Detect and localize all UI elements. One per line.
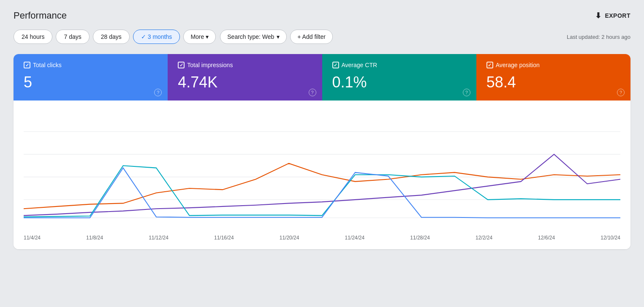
page-title: Performance: [14, 10, 67, 21]
metric-tile-clicks[interactable]: Total clicks 5 ?: [14, 54, 168, 101]
metric-checkbox-position: [486, 62, 493, 68]
more-button[interactable]: More ▾: [183, 30, 216, 44]
metric-value-clicks: 5: [24, 73, 158, 91]
x-label-3: 11/16/24: [214, 235, 234, 241]
x-label-4: 11/20/24: [280, 235, 299, 241]
info-icon-clicks[interactable]: ?: [154, 89, 162, 96]
filters-row: 24 hours 7 days 28 days ✓3 months More ▾…: [14, 30, 630, 44]
metric-label-row: Average CTR: [332, 62, 466, 68]
metric-tile-ctr[interactable]: Average CTR 0.1% ?: [322, 54, 476, 101]
metric-value-ctr: 0.1%: [332, 73, 466, 91]
chart-container: [24, 109, 620, 231]
main-card: Total clicks 5 ? Total impressions 4.74K…: [14, 54, 630, 249]
metric-checkbox-impressions: [178, 62, 185, 68]
export-icon: ⬇: [595, 11, 602, 20]
metric-label-row: Average position: [486, 62, 620, 68]
check-icon: ✓: [141, 33, 146, 40]
x-axis-labels: 11/4/24 11/8/24 11/12/24 11/16/24 11/20/…: [24, 231, 620, 241]
search-type-button[interactable]: Search type: Web ▾: [220, 30, 287, 44]
info-icon-position[interactable]: ?: [617, 89, 625, 96]
performance-chart: [24, 109, 620, 231]
metric-label-row: Total impressions: [178, 62, 312, 68]
x-label-5: 11/24/24: [345, 235, 364, 241]
purple-line: [24, 154, 620, 215]
add-filter-button[interactable]: + Add filter: [290, 30, 333, 44]
chevron-down-icon: ▾: [277, 33, 280, 40]
info-icon-ctr[interactable]: ?: [463, 89, 470, 96]
metric-label-clicks: Total clicks: [33, 62, 62, 68]
x-label-2: 11/12/24: [149, 235, 168, 241]
info-icon-impressions[interactable]: ?: [309, 89, 316, 96]
x-label-7: 12/2/24: [476, 235, 492, 241]
filter-24h[interactable]: 24 hours: [14, 30, 52, 44]
x-label-6: 11/28/24: [410, 235, 430, 241]
x-label-0: 11/4/24: [24, 235, 41, 241]
blue-line: [24, 168, 620, 218]
metric-label-row: Total clicks: [24, 62, 158, 68]
metric-label-ctr: Average CTR: [342, 62, 378, 68]
chart-area: 11/4/24 11/8/24 11/12/24 11/16/24 11/20/…: [14, 101, 630, 249]
metric-tile-impressions[interactable]: Total impressions 4.74K ?: [168, 54, 322, 101]
x-label-1: 11/8/24: [86, 235, 103, 241]
metric-value-impressions: 4.74K: [178, 73, 312, 91]
metric-tile-position[interactable]: Average position 58.4 ?: [476, 54, 630, 101]
filter-7d[interactable]: 7 days: [56, 30, 89, 44]
export-label: EXPORT: [605, 12, 630, 19]
search-filter-group: Search type: Web ▾ + Add filter: [220, 30, 333, 44]
metric-label-impressions: Total impressions: [187, 62, 233, 68]
export-button[interactable]: ⬇ EXPORT: [595, 11, 630, 20]
page-header: Performance ⬇ EXPORT: [14, 10, 630, 21]
metric-label-position: Average position: [496, 62, 540, 68]
x-label-9: 12/10/24: [601, 235, 620, 241]
last-updated-text: Last updated: 2 hours ago: [567, 34, 630, 40]
chevron-down-icon: ▾: [206, 33, 209, 40]
time-filter-group: 24 hours 7 days 28 days ✓3 months More ▾: [14, 30, 216, 44]
filter-3months[interactable]: ✓3 months: [133, 30, 180, 44]
metric-value-position: 58.4: [486, 73, 620, 91]
x-label-8: 12/6/24: [538, 235, 555, 241]
metric-checkbox-clicks: [24, 62, 30, 68]
filter-28d[interactable]: 28 days: [93, 30, 130, 44]
metrics-row: Total clicks 5 ? Total impressions 4.74K…: [14, 54, 630, 101]
metric-checkbox-ctr: [332, 62, 339, 68]
